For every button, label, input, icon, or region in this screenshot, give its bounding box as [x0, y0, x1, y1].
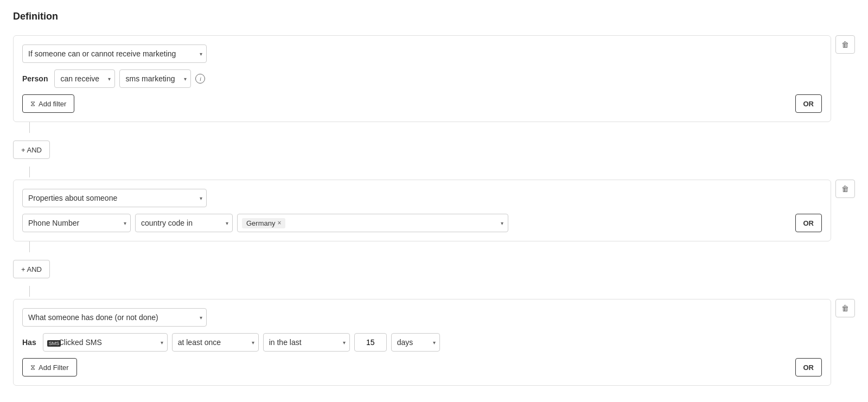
and-button-2-area: + AND [13, 254, 855, 284]
and-button-1-area: + AND [13, 135, 855, 164]
block3-type-row: What someone has done (or not done) ▾ [22, 308, 822, 327]
block1-sms-marketing-wrapper: sms marketing ▾ [119, 69, 191, 88]
and-button-2[interactable]: + AND [13, 260, 50, 278]
block3-type-select-wrapper: What someone has done (or not done) ▾ [22, 308, 207, 327]
block1-or-button[interactable]: OR [795, 94, 822, 113]
block2-delete-area: 🗑 [835, 180, 855, 198]
block3-add-filter-button[interactable]: ⧖ Add Filter [22, 358, 77, 377]
block2-type-select[interactable]: Properties about someone [22, 189, 207, 207]
block2-phone-number-wrapper: Phone Number ▾ [22, 214, 131, 232]
connector-line-3 [29, 241, 30, 252]
germany-tag-label: Germany [246, 219, 275, 227]
and-button-1[interactable]: + AND [13, 141, 50, 159]
block3-delete-button[interactable]: 🗑 [835, 299, 855, 317]
block3-type-select[interactable]: What someone has done (or not done) [22, 308, 207, 327]
block2-delete-button[interactable]: 🗑 [835, 180, 855, 198]
block1-sms-marketing-select[interactable]: sms marketing [119, 69, 191, 88]
block2-phone-number-select[interactable]: Phone Number [22, 214, 131, 232]
block1-can-receive-select[interactable]: can receive [54, 69, 115, 88]
germany-tag: Germany × [242, 218, 285, 228]
block3-in-the-last-wrapper: in the last ▾ [263, 333, 350, 352]
filter-icon: ⧖ [30, 99, 35, 108]
block3-number-input[interactable] [354, 333, 387, 352]
block2-filter-row: Phone Number ▾ country code in ▾ Germany… [22, 214, 822, 232]
block3-clicked-sms-wrapper: Clicked SMS SMS ▾ [43, 333, 168, 352]
block2-country-code-select[interactable]: country code in [135, 214, 233, 232]
block3-or-button[interactable]: OR [795, 358, 822, 377]
block3-at-least-once-wrapper: at least once ▾ [172, 333, 259, 352]
block3-bottom-row: ⧖ Add Filter OR [22, 358, 822, 377]
connector-line-1 [29, 122, 30, 133]
block1-type-row: If someone can or cannot receive marketi… [22, 44, 822, 63]
block2-type-select-wrapper: Properties about someone ▾ [22, 189, 207, 207]
block3-at-least-once-select[interactable]: at least once [172, 333, 259, 352]
person-label: Person [22, 74, 48, 83]
block2-country-code-wrapper: country code in ▾ [135, 214, 233, 232]
block1-can-receive-wrapper: can receive ▾ [54, 69, 115, 88]
block2-multi-chevron-icon: ▾ [501, 220, 503, 226]
block1-add-filter-button[interactable]: ⧖ Add filter [22, 94, 74, 113]
sms-info-icon[interactable]: i [195, 74, 205, 84]
block2-type-row: Properties about someone ▾ [22, 189, 822, 207]
block3-days-wrapper: days ▾ [391, 333, 440, 352]
block3-in-the-last-select[interactable]: in the last [263, 333, 350, 352]
block1-delete-area: 🗑 [835, 35, 855, 54]
block1-person-row: Person can receive ▾ sms marketing ▾ i [22, 69, 822, 88]
block3-days-select[interactable]: days [391, 333, 440, 352]
block1-bottom-row: ⧖ Add filter OR [22, 94, 822, 113]
condition-block-3: What someone has done (or not done) ▾ Ha… [13, 299, 855, 386]
filter2-icon: ⧖ [30, 363, 35, 372]
block1-delete-button[interactable]: 🗑 [835, 35, 855, 54]
block1-type-select[interactable]: If someone can or cannot receive marketi… [22, 44, 207, 63]
block3-delete-area: 🗑 [835, 299, 855, 317]
block3-has-row: Has Clicked SMS SMS ▾ at least once ▾ in… [22, 333, 822, 352]
has-label: Has [22, 338, 36, 347]
connector-line-4 [29, 286, 30, 297]
block2-or-button[interactable]: OR [795, 214, 822, 232]
germany-tag-close-icon[interactable]: × [277, 220, 281, 226]
block1-type-select-wrapper: If someone can or cannot receive marketi… [22, 44, 207, 63]
block3-clicked-sms-select[interactable]: Clicked SMS [43, 333, 168, 352]
page-title: Definition [13, 11, 855, 22]
condition-block-1: If someone can or cannot receive marketi… [13, 35, 855, 122]
block2-country-multi-select[interactable]: Germany × ▾ [237, 214, 508, 232]
condition-block-2: Properties about someone ▾ Phone Number … [13, 180, 855, 241]
connector-line-2 [29, 167, 30, 177]
